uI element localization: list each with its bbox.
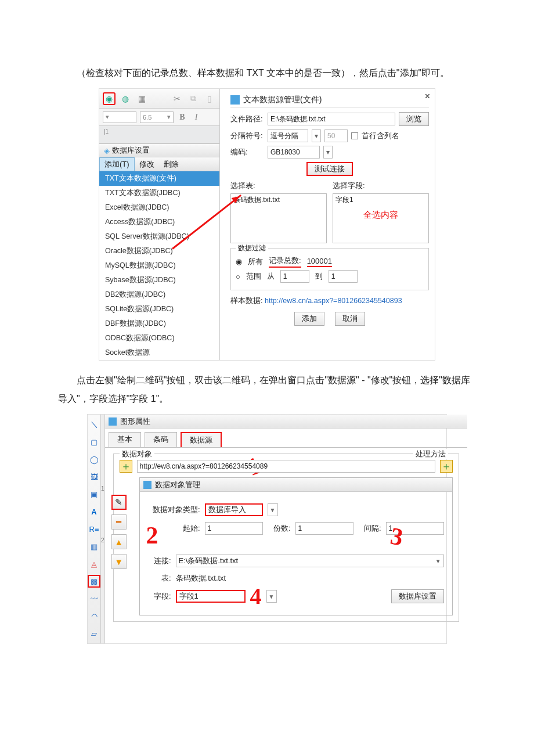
filepath-input[interactable]: E:\条码数据.txt.txt	[268, 113, 395, 125]
grid-icon[interactable]: ▦	[135, 92, 148, 105]
db-setting-button[interactable]: 数据库设置	[391, 589, 444, 603]
field-select[interactable]: 字段1	[176, 590, 246, 603]
fontsize-dropdown[interactable]: 6.5▾	[140, 111, 174, 123]
qrcode-tool-icon[interactable]: ▩	[88, 575, 100, 588]
gap-input[interactable]: 1	[386, 522, 444, 535]
encoding-select[interactable]: GB18030	[268, 146, 320, 159]
start-input[interactable]: 1	[205, 522, 263, 535]
panel-icon: ◈	[104, 146, 110, 155]
bold-button[interactable]: B	[177, 113, 187, 122]
from-label: 从	[267, 271, 275, 282]
figure-db-source: ◉ ◍ ▦ ✂ ⧉ ▯ ▾ 6.5▾ B I |1 ◈ 数据库设置	[99, 88, 435, 361]
count-input[interactable]: 1	[295, 522, 353, 535]
image-tool-icon[interactable]: 🖼	[88, 470, 100, 483]
triangle-tool-icon[interactable]: ◬	[88, 557, 100, 570]
table-value: 条码数据.txt.txt	[176, 573, 226, 584]
paste-icon[interactable]: ▯	[203, 92, 216, 105]
table-item[interactable]: 条码数据.txt.txt	[233, 195, 324, 205]
text-tool-icon[interactable]: A	[88, 505, 100, 518]
sep-count-input[interactable]: 50	[324, 129, 348, 142]
cylinder-icon[interactable]: ◍	[119, 92, 132, 105]
radio-all[interactable]: ◉	[236, 257, 242, 266]
line-tool-icon[interactable]: ＼	[88, 418, 100, 431]
inner-dialog-title: 数据对象管理	[155, 480, 200, 490]
cancel-button[interactable]: 取消	[335, 312, 365, 326]
to-input[interactable]: 1	[329, 270, 358, 283]
tab-basic[interactable]: 基本	[109, 432, 141, 447]
list-item[interactable]: ODBC数据源(ODBC)	[99, 331, 219, 345]
table-label: 表:	[148, 573, 171, 584]
list-item[interactable]: MySQL数据源(JDBC)	[99, 258, 219, 273]
list-item[interactable]: Oracle数据源(JDBC)	[99, 244, 219, 258]
separator-select[interactable]: 逗号分隔	[268, 129, 308, 142]
figure-shape-prop: ＼ ▢ ◯ 🖼 ▣ A R≡ ▥ ◬ ▩ 〰 ◠ ▱ 12 图形属性 基本 条码	[87, 414, 447, 644]
roundrect-tool-icon[interactable]: ▢	[88, 435, 100, 448]
tab-datasource[interactable]: 数据源	[181, 432, 222, 447]
menu-add[interactable]: 添加(T)	[99, 157, 135, 171]
radio-range-label: 范围	[246, 271, 261, 282]
dialog-icon	[143, 481, 151, 489]
curve-tool-icon[interactable]: 〰	[88, 592, 100, 605]
paragraph-2: 点击左侧"绘制二维码"按钮，双击该二维码，在弹出窗口点击"数据源" - "修改"…	[58, 371, 476, 408]
list-item[interactable]: Socket数据源	[99, 345, 219, 360]
list-item[interactable]: SQLite数据源(JDBC)	[99, 302, 219, 316]
list-item[interactable]: DB2数据源(JDBC)	[99, 287, 219, 302]
ellipse-tool-icon[interactable]: ◯	[88, 453, 100, 466]
add-button[interactable]: 添加	[294, 312, 324, 326]
field-item[interactable]: 字段1	[335, 195, 426, 205]
test-connection-button[interactable]: 测试连接	[306, 162, 353, 176]
remove-object-button[interactable]: ━	[111, 514, 127, 530]
italic-button[interactable]: I	[191, 113, 201, 122]
edit-object-button[interactable]: ✎	[111, 495, 127, 510]
list-item[interactable]: Sybase数据源(JDBC)	[99, 273, 219, 287]
from-input[interactable]: 1	[280, 270, 309, 283]
dropdown-arrow-icon[interactable]: ▼	[266, 590, 277, 603]
menu-delete[interactable]: 删除	[159, 158, 183, 171]
move-up-button[interactable]: ▲	[111, 534, 127, 549]
list-item[interactable]: TXT文本数据源(JDBC)	[99, 186, 219, 200]
firstrow-label: 首行含列名	[362, 131, 399, 141]
radio-all-label: 所有	[248, 257, 263, 267]
fieldset-right-label: 处理方法	[413, 449, 448, 459]
dropdown-arrow-icon[interactable]: ▾	[323, 146, 333, 159]
cut-icon[interactable]: ✂	[171, 92, 183, 105]
encoding-label: 编码:	[230, 147, 264, 157]
dropdown-arrow-icon[interactable]: ▾	[312, 129, 321, 142]
obj-type-value: 数据库导入	[208, 505, 246, 515]
arc-tool-icon[interactable]: ◠	[88, 610, 100, 622]
data-url-input[interactable]: http://ew8.cn/a.aspx?=801266234554089	[137, 460, 435, 473]
picture-tool-icon[interactable]: ▣	[88, 488, 100, 501]
browse-button[interactable]: 浏览	[399, 112, 429, 126]
menu-modify[interactable]: 修改	[135, 158, 159, 171]
checkbox-icon[interactable]	[351, 132, 358, 139]
add-method-button[interactable]: ＋	[440, 460, 453, 473]
field-listbox[interactable]: 字段1 全选内容	[333, 193, 429, 243]
table-listbox[interactable]: 条码数据.txt.txt	[230, 193, 327, 243]
list-item[interactable]: SQL Server数据源(JDBC)	[99, 229, 219, 244]
conn-select[interactable]: E:\条码数据.txt.txt▼	[176, 555, 444, 567]
barcode-tool-icon[interactable]: ▥	[88, 540, 100, 553]
richtext-tool-icon[interactable]: R≡	[88, 523, 100, 535]
close-icon[interactable]: ×	[425, 91, 430, 102]
copy-icon[interactable]: ⧉	[187, 92, 200, 105]
radio-range[interactable]: ○	[236, 272, 240, 281]
dialog-icon	[230, 95, 240, 105]
dropdown-arrow-icon[interactable]: ▼	[268, 503, 278, 516]
sample-label: 样本数据:	[230, 297, 262, 305]
list-item[interactable]: DBF数据源(JDBC)	[99, 316, 219, 331]
database-icon[interactable]: ◉	[103, 92, 116, 105]
add-object-button[interactable]: ＋	[120, 460, 132, 473]
list-item[interactable]: Excel数据源(JDBC)	[99, 200, 219, 215]
move-down-button[interactable]: ▼	[111, 554, 127, 569]
gap-label: 间隔:	[358, 523, 381, 534]
obj-type-select[interactable]: 数据库导入	[205, 503, 263, 516]
list-item[interactable]: TXT文本数据源(文件)	[99, 171, 219, 186]
object-side-buttons: ✎ ━ ▲ ▼	[111, 495, 127, 569]
tab-barcode[interactable]: 条码	[145, 432, 177, 447]
font-dropdown[interactable]: ▾	[103, 111, 136, 123]
tool-palette: ＼ ▢ ◯ 🖼 ▣ A R≡ ▥ ◬ ▩ 〰 ◠ ▱	[88, 415, 101, 643]
sample-url[interactable]: http://ew8.cn/a.aspx?=8012662345540893	[265, 297, 402, 305]
polygon-tool-icon[interactable]: ▱	[88, 627, 100, 640]
select-field-column: 选择字段: 字段1 全选内容	[333, 181, 429, 243]
data-object-fieldset: 数据对象 处理方法 ＋ http://ew8.cn/a.aspx?=801266…	[113, 453, 459, 622]
